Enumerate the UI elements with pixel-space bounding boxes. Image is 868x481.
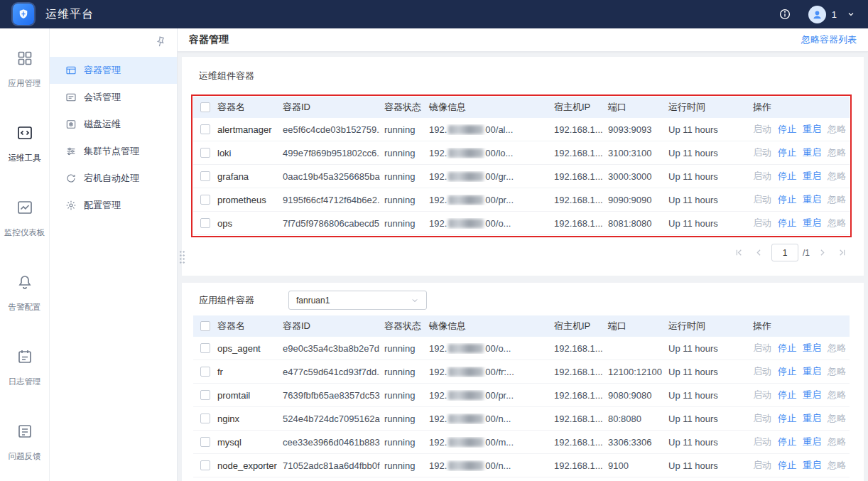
action-restart-link[interactable]: 重启 (803, 342, 821, 355)
submenu-item-session-management[interactable]: 会话管理 (50, 84, 177, 111)
action-restart-link[interactable]: 重启 (803, 193, 821, 206)
action-start-link[interactable]: 启动 (753, 389, 771, 401)
row-checkbox[interactable] (200, 321, 210, 331)
action-ignore-link[interactable]: 忽略 (828, 170, 846, 183)
sidebar-item-monitor-dashboard[interactable]: 监控仪表板 (4, 199, 45, 238)
action-ignore-link[interactable]: 忽略 (828, 146, 846, 159)
action-ignore-link[interactable]: 忽略 (828, 459, 846, 472)
action-restart-link[interactable]: 重启 (803, 436, 821, 448)
apps-grid-icon (16, 50, 33, 67)
container-name: promtail (213, 390, 278, 401)
next-page-button[interactable] (814, 244, 830, 261)
pin-icon[interactable] (153, 34, 168, 50)
action-restart-link[interactable]: 重启 (803, 365, 821, 378)
image-prefix: 192. (429, 460, 447, 471)
action-restart-link[interactable]: 重启 (803, 459, 821, 472)
action-restart-link[interactable]: 重启 (803, 146, 821, 159)
row-checkbox[interactable] (200, 343, 210, 353)
action-ignore-link[interactable]: 忽略 (828, 412, 846, 425)
column-header-id: 容器ID (278, 101, 380, 114)
action-stop-link[interactable]: 停止 (778, 146, 796, 159)
submenu-item-disk-ops[interactable]: 磁盘运维 (50, 111, 177, 138)
action-start-link[interactable]: 启动 (753, 342, 771, 355)
submenu-item-config-management[interactable]: 配置管理 (50, 192, 177, 219)
action-stop-link[interactable]: 停止 (778, 459, 796, 472)
action-stop-link[interactable]: 停止 (778, 123, 796, 136)
action-start-link[interactable]: 启动 (753, 193, 771, 206)
action-restart-link[interactable]: 重启 (803, 123, 821, 136)
image-suffix: 00/fr:... (485, 367, 514, 377)
app-group-select[interactable]: fanruan1 (288, 291, 427, 310)
row-checkbox[interactable] (200, 195, 210, 205)
row-checkbox[interactable] (200, 148, 210, 158)
page-input[interactable] (771, 244, 798, 261)
action-stop-link[interactable]: 停止 (778, 436, 796, 448)
action-restart-link[interactable]: 重启 (803, 217, 821, 229)
sidebar-item-alert-config[interactable]: 告警配置 (9, 274, 41, 313)
action-start-link[interactable]: 启动 (753, 436, 771, 448)
submenu-item-cluster-node-management[interactable]: 集群节点管理 (50, 138, 177, 165)
action-start-link[interactable]: 启动 (753, 365, 771, 378)
sidebar-item-ops-tools[interactable]: 运维工具 (9, 124, 41, 163)
row-checkbox[interactable] (200, 414, 210, 423)
action-stop-link[interactable]: 停止 (778, 342, 796, 355)
row-checkbox[interactable] (200, 390, 210, 400)
action-ignore-link[interactable]: 忽略 (828, 436, 846, 448)
checkbox-cell (193, 390, 213, 400)
action-start-link[interactable]: 启动 (753, 170, 771, 183)
row-checkbox[interactable] (200, 124, 210, 134)
row-actions: 启动停止重启忽略 (749, 146, 850, 159)
action-start-link[interactable]: 启动 (753, 217, 771, 229)
image-suffix: 00/o... (485, 218, 511, 229)
container-name: grafana (213, 171, 278, 182)
last-page-button[interactable] (834, 244, 850, 261)
action-ignore-link[interactable]: 忽略 (828, 193, 846, 206)
action-ignore-link[interactable]: 忽略 (828, 217, 846, 229)
sidebar-item-feedback[interactable]: 问题反馈 (9, 423, 41, 462)
action-stop-link[interactable]: 停止 (778, 412, 796, 425)
action-stop-link[interactable]: 停止 (778, 193, 796, 206)
action-start-link[interactable]: 启动 (753, 146, 771, 159)
submenu-item-container-management[interactable]: 容器管理 (50, 57, 177, 84)
redacted-blur (448, 172, 484, 181)
prev-page-button[interactable] (752, 244, 767, 261)
action-start-link[interactable]: 启动 (753, 459, 771, 472)
action-start-link[interactable]: 启动 (753, 123, 771, 136)
row-checkbox[interactable] (200, 102, 210, 112)
section-title-ops: 运维组件容器 (199, 70, 254, 82)
action-restart-link[interactable]: 重启 (803, 170, 821, 183)
uptime: Up 11 hours (664, 460, 749, 471)
container-id: 9195f66cf4712f64b6e2... (278, 195, 380, 205)
action-restart-link[interactable]: 重启 (803, 389, 821, 401)
sidebar-item-log-management[interactable]: 日志管理 (9, 348, 41, 387)
row-checkbox[interactable] (200, 218, 210, 228)
ignore-container-list-link[interactable]: 忽略容器列表 (801, 33, 857, 46)
action-ignore-link[interactable]: 忽略 (828, 365, 846, 378)
info-icon[interactable] (779, 8, 791, 21)
action-stop-link[interactable]: 停止 (778, 170, 796, 183)
panel-resize-handle[interactable] (179, 250, 185, 264)
action-ignore-link[interactable]: 忽略 (828, 389, 846, 401)
first-page-button[interactable] (732, 244, 747, 261)
avatar-icon[interactable] (808, 6, 826, 23)
action-ignore-link[interactable]: 忽略 (828, 342, 846, 355)
action-stop-link[interactable]: 停止 (778, 217, 796, 229)
container-status: running (380, 124, 425, 135)
action-restart-link[interactable]: 重启 (803, 412, 821, 425)
row-checkbox[interactable] (200, 437, 210, 447)
submenu-item-downtime-auto-handling[interactable]: 宕机自动处理 (50, 165, 177, 192)
table-row: mysqlcee33e3966d0461b883...running192.00… (193, 431, 850, 454)
row-checkbox[interactable] (200, 367, 210, 377)
row-checkbox[interactable] (200, 460, 210, 470)
sidebar-item-app-management[interactable]: 应用管理 (9, 50, 41, 89)
action-ignore-link[interactable]: 忽略 (828, 123, 846, 136)
chevron-down-icon[interactable] (847, 10, 855, 18)
row-checkbox[interactable] (200, 171, 210, 181)
port-mapping: 9090:9090 (604, 195, 664, 205)
action-stop-link[interactable]: 停止 (778, 365, 796, 378)
secondary-sidebar: 容器管理 会话管理 磁盘运维 集群节点管理 宕机自动处理 配置管理 (50, 28, 178, 481)
container-status: running (380, 367, 425, 377)
redacted-blur (448, 367, 484, 377)
action-stop-link[interactable]: 停止 (778, 389, 796, 401)
action-start-link[interactable]: 启动 (753, 412, 771, 425)
